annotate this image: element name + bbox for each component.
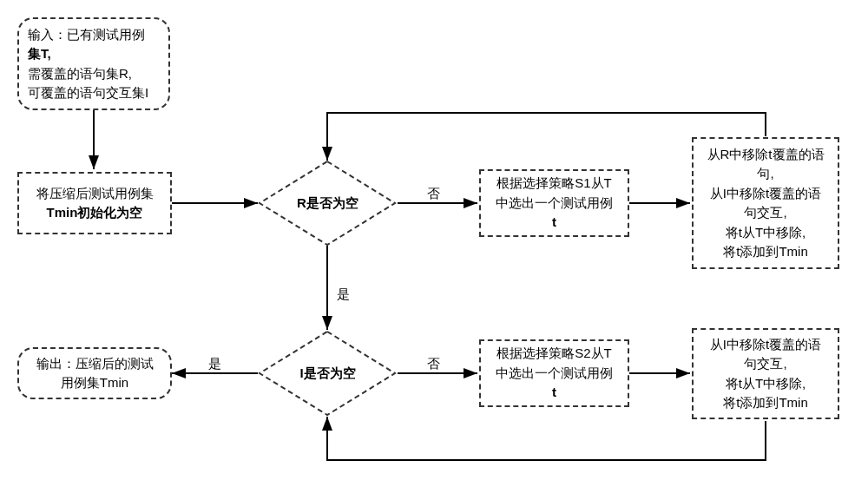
decision-i-empty: I是否为空 [258, 330, 398, 417]
edge-label-yes: 是 [335, 286, 352, 303]
t: 将t添加到Tmin [723, 242, 808, 262]
t: 根据选择策略S1从T [496, 174, 612, 194]
select-s2-process: 根据选择策略S2从T 中选出一个测试用例 t [479, 339, 629, 407]
t: 将t从T中移除, [726, 223, 806, 243]
t: t [552, 383, 556, 403]
t: 输出：压缩后的测试 [36, 354, 154, 374]
t: R是否为空 [258, 160, 398, 247]
edge-label-no: 否 [425, 186, 442, 202]
t: 从I中移除t覆盖的语 [710, 184, 821, 204]
decision-r-empty: R是否为空 [258, 160, 398, 247]
t: 从R中移除t覆盖的语 [707, 145, 825, 165]
input-terminal: 输入：已有测试用例 集T, 需覆盖的语句集R, 可覆盖的语句交互集I [17, 17, 170, 110]
edge-label-no: 否 [425, 356, 442, 372]
output-terminal: 输出：压缩后的测试 用例集Tmin [17, 347, 172, 399]
t: 句交互, [744, 354, 786, 374]
t: 用例集Tmin [61, 373, 128, 393]
flowchart: 输入：已有测试用例 集T, 需覆盖的语句集R, 可覆盖的语句交互集I 将压缩后测… [0, 0, 868, 500]
update-sets-process-2: 从I中移除t覆盖的语 句交互, 将t从T中移除, 将t添加到Tmin [692, 328, 839, 419]
t: 可覆盖的语句交互集I [28, 83, 148, 103]
t: 集T, [28, 44, 51, 64]
t: 将t从T中移除, [726, 374, 806, 394]
edge-label-yes: 是 [207, 356, 223, 372]
t: 输入：已有测试用例 [28, 27, 145, 42]
t: t [552, 213, 556, 233]
t: I是否为空 [258, 330, 398, 417]
t: 从I中移除t覆盖的语 [710, 335, 821, 355]
init-process: 将压缩后测试用例集 Tmin初始化为空 [17, 172, 172, 234]
t: 根据选择策略S2从T [496, 344, 612, 364]
t: 将t添加到Tmin [723, 393, 808, 413]
select-s1-process: 根据选择策略S1从T 中选出一个测试用例 t [479, 169, 629, 237]
t: 中选出一个测试用例 [496, 364, 613, 384]
update-sets-process-1: 从R中移除t覆盖的语 句, 从I中移除t覆盖的语 句交互, 将t从T中移除, 将… [692, 137, 839, 269]
t: 将压缩后测试用例集 [36, 184, 154, 204]
t: Tmin初始化为空 [47, 203, 143, 223]
t: 句, [757, 164, 773, 184]
t: 中选出一个测试用例 [496, 194, 613, 214]
t: 句交互, [744, 203, 786, 223]
t: 需覆盖的语句集R, [28, 64, 132, 84]
